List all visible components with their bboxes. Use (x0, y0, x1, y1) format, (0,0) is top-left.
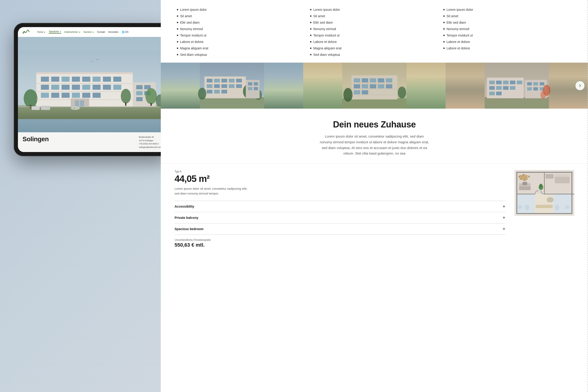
svg-rect-13 (51, 85, 59, 90)
svg-rect-80 (370, 78, 376, 82)
svg-rect-50 (125, 103, 126, 106)
bullet-text: Lorem ipsum dolor (313, 6, 340, 13)
svg-rect-15 (72, 85, 80, 90)
bullet-text: Tempor invidunt ut (313, 32, 340, 38)
feature-bedroom[interactable]: Spacious bedroom + (174, 224, 505, 235)
svg-rect-9 (92, 77, 100, 82)
svg-rect-110 (527, 82, 532, 86)
svg-rect-56 (222, 79, 227, 82)
bullet-dot-icon (310, 54, 312, 55)
svg-rect-141 (518, 206, 522, 209)
bullet-text: Labore et dolore (446, 38, 470, 45)
gallery-image-1 (161, 63, 303, 108)
bullet-item: Sed diam voluptua (310, 52, 439, 58)
feature-accessibility-toggle[interactable]: + (502, 204, 505, 209)
feature-balcony-toggle[interactable]: + (502, 216, 505, 220)
svg-rect-55 (214, 79, 220, 82)
bullet-item: Nonumy eirmod (443, 26, 572, 32)
bullet-item: Labore et dolore (177, 38, 306, 45)
feature-balcony[interactable]: Private balcony + (174, 212, 505, 224)
bullet-text: Elitr sed diam (446, 19, 466, 26)
bullet-item: Elitr sed diam (310, 19, 439, 26)
bullet-item: Nonumy eirmod (310, 26, 439, 32)
svg-rect-66 (222, 90, 227, 94)
bullet-dot-icon (310, 41, 312, 42)
tablet-navbar: Home ∨ Standorte ∨ Unternehmen ∨ Karrier… (18, 27, 166, 37)
gallery-next-button[interactable] (575, 81, 585, 90)
nav-anmelden[interactable]: Anmelden (108, 31, 118, 33)
nav-language[interactable]: 🌐 EN (122, 31, 128, 33)
svg-rect-63 (236, 84, 242, 88)
logo-icon (22, 30, 30, 34)
feature-accessibility-label: Accessibility (174, 204, 194, 208)
svg-rect-21 (51, 93, 59, 98)
nav-kontakt[interactable]: Kontakt (97, 31, 105, 33)
svg-rect-16 (82, 85, 90, 90)
tablet-mockup: Home ∨ Standorte ∨ Unternehmen ∨ Karrier… (14, 23, 170, 156)
svg-rect-71 (248, 82, 252, 86)
nav-unternehmen[interactable]: Unternehmen ∨ (64, 31, 80, 33)
price-label: Unverbindliche Preisbeispiele (174, 238, 505, 242)
bullet-item: Elitr sed diam (443, 19, 572, 26)
svg-rect-26 (36, 72, 133, 74)
svg-rect-107 (489, 92, 495, 95)
bullet-text: Magna aliqyam erat (313, 45, 342, 52)
bullet-item: Lorem ipsum dolor (310, 6, 439, 13)
svg-rect-24 (82, 93, 90, 98)
bullet-text: Tempor invidunt ut (446, 32, 473, 38)
floor-plan-image (514, 170, 574, 216)
bullet-text: Sed diam voluptua (180, 52, 207, 58)
svg-rect-83 (354, 84, 360, 88)
bullet-dot-icon (310, 16, 312, 17)
feature-accessibility[interactable]: Accessibility + (174, 201, 505, 212)
svg-rect-76 (342, 98, 406, 108)
svg-rect-87 (386, 84, 392, 88)
svg-rect-73 (248, 87, 252, 90)
gallery-image-3 (446, 63, 588, 108)
svg-rect-33 (136, 91, 143, 95)
feature-bedroom-toggle[interactable]: + (502, 227, 505, 231)
svg-rect-4 (41, 77, 49, 82)
bullet-item: Lorem ipsum dolor (177, 6, 306, 13)
svg-rect-22 (62, 93, 70, 98)
svg-rect-58 (236, 79, 242, 82)
nav-karriere[interactable]: Karriere ∨ (84, 31, 94, 33)
svg-point-90 (344, 88, 352, 102)
svg-rect-52 (200, 97, 264, 108)
bullet-text: Elitr sed diam (180, 19, 200, 26)
price-info: Unverbindliche Preisbeispiele 550,63 € m… (174, 238, 505, 248)
svg-rect-86 (378, 84, 384, 88)
bullet-item: Labore et dolore (443, 38, 572, 45)
bullet-text: Sit amet (446, 13, 458, 19)
svg-rect-112 (540, 82, 544, 86)
svg-rect-17 (92, 85, 100, 90)
tablet-frame: Home ∨ Standorte ∨ Unternehmen ∨ Karrier… (14, 23, 170, 156)
bullet-dot-icon (443, 9, 445, 10)
svg-rect-143 (536, 205, 553, 208)
bullet-text: Sed diam voluptua (313, 52, 340, 58)
floor-plan-container (514, 170, 574, 216)
apartment-details: Typ A 44,05 m² Lorem ipsum dolor sit ame… (174, 170, 505, 248)
nav-home[interactable]: Home ∨ (37, 31, 46, 33)
svg-rect-114 (533, 87, 538, 90)
svg-rect-133 (528, 176, 530, 178)
svg-rect-65 (214, 90, 220, 94)
svg-rect-12 (41, 85, 49, 90)
bullet-dot-icon (443, 16, 445, 17)
bullet-text: Sit amet (180, 13, 192, 19)
apartment-section: Typ A 44,05 m² Lorem ipsum dolor sit ame… (161, 164, 588, 255)
svg-point-144 (547, 197, 554, 202)
svg-rect-89 (362, 90, 368, 94)
address-phone: +49 (030) 403 6596 0 (139, 142, 161, 145)
svg-rect-28 (75, 100, 79, 106)
bullet-dot-icon (310, 35, 312, 36)
svg-rect-57 (229, 79, 234, 82)
bullet-text: Sit amet (313, 13, 325, 19)
bullet-col-1: Lorem ipsum dolorSit ametElitr sed diamN… (174, 6, 308, 58)
building-illustration (18, 37, 166, 132)
svg-rect-74 (254, 87, 258, 90)
svg-rect-5 (51, 77, 59, 82)
svg-rect-45 (74, 107, 75, 109)
svg-rect-11 (113, 77, 121, 82)
nav-standorte[interactable]: Standorte ∨ (49, 30, 61, 34)
